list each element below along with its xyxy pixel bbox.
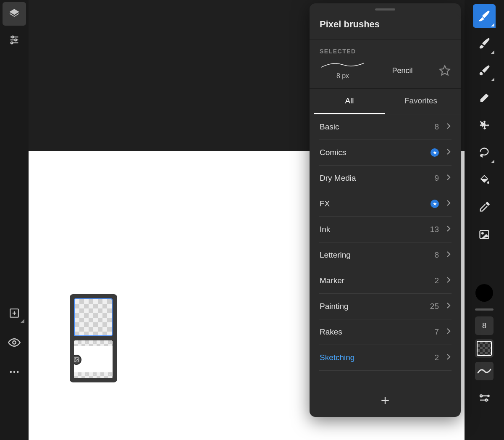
brush-category-row[interactable]: Marker2 [319,268,452,294]
brush-count: 2 [434,353,439,362]
svg-rect-16 [480,19,481,21]
move-icon[interactable] [473,113,496,137]
brush-category-label: Ink [320,225,430,234]
image-layer-icon [74,355,81,365]
brush-category-label: Painting [320,302,430,311]
chevron-right-icon [446,225,451,234]
brush-category-label: Basic [320,122,434,132]
brush-preview-button[interactable] [475,362,494,380]
brush-count: 13 [430,225,439,234]
svg-point-3 [15,39,17,41]
watercolor-brush-icon[interactable] [473,32,496,55]
brush-category-row[interactable]: Basic8 [319,114,452,140]
chevron-right-icon [446,353,451,362]
brush-count: 25 [430,302,439,311]
layer-thumb-bg[interactable] [74,340,113,378]
brush-category-row[interactable]: Rakes7 [319,319,452,345]
eraser-icon[interactable] [473,86,496,110]
brush-category-label: Marker [320,276,434,285]
fill-icon[interactable] [473,168,496,192]
right-toolbar: 8 [465,0,504,440]
brush-category-label: FX [320,199,430,208]
brush-category-label: Rakes [320,327,434,337]
chevron-right-icon [446,277,451,285]
brush-count: 7 [434,327,439,337]
panel-grip-icon[interactable] [475,308,494,311]
eyedropper-icon[interactable] [473,195,496,219]
svg-point-22 [486,399,488,401]
brush-category-row[interactable]: FX★ [319,191,452,217]
svg-point-10 [10,371,12,373]
chevron-right-icon [446,174,451,182]
svg-point-1 [12,36,14,38]
place-image-icon[interactable] [473,223,496,246]
brush-count: 8 [434,122,439,132]
svg-point-17 [480,72,483,76]
brush-count: 2 [434,276,439,285]
brush-category-label: Lettering [320,250,434,260]
add-icon[interactable] [3,301,26,325]
brush-category-list: Basic8Comics★Dry Media9FX★Ink13Lettering… [310,114,461,387]
svg-point-11 [13,371,16,373]
layer-thumb-1[interactable] [74,298,113,336]
svg-point-14 [75,358,76,359]
svg-marker-24 [440,66,449,75]
selected-brush-row[interactable]: 8 px Pencil [310,55,461,88]
panel-title: Pixel brushes [310,11,461,39]
brush-size-label: 8 px [336,72,349,80]
brush-stroke-preview: 8 px [320,61,366,80]
brush-category-row[interactable]: Painting25 [319,294,452,319]
brush-category-row[interactable]: Sketching2 [319,345,452,371]
layers-mini-panel[interactable] [70,294,117,382]
brush-tabs: All Favorites [310,89,461,114]
chevron-right-icon [446,302,451,311]
chevron-right-icon [446,251,451,259]
chevron-right-icon [446,200,451,208]
pixel-brush-icon[interactable] [473,4,496,28]
svg-point-9 [13,341,16,344]
tab-all[interactable]: All [314,89,385,114]
brush-category-label: Dry Media [320,174,434,183]
selected-label: SELECTED [310,40,461,55]
brush-category-row[interactable]: Comics★ [319,140,452,166]
layers-icon[interactable] [3,2,26,26]
brush-size-button[interactable]: 8 [475,316,494,335]
brush-count: 8 [434,250,439,260]
brush-count: 9 [434,174,439,183]
left-toolbar [0,0,29,440]
brush-category-row[interactable]: Dry Media9 [319,166,452,191]
visibility-icon[interactable] [3,331,26,354]
brush-name-label: Pencil [369,66,436,75]
brush-settings-icon[interactable] [473,386,496,410]
color-swatch[interactable] [475,284,493,302]
svg-point-21 [480,395,482,397]
svg-rect-15 [479,20,481,21]
svg-point-23 [488,395,489,397]
svg-point-5 [11,42,13,44]
brush-category-row[interactable]: Ink13 [319,217,452,242]
lasso-icon[interactable] [473,141,496,164]
smudge-icon[interactable] [473,59,496,82]
add-brush-icon[interactable] [380,395,391,408]
svg-point-12 [17,371,19,373]
brush-category-label: Sketching [320,353,434,362]
premium-badge-icon: ★ [430,148,439,157]
brush-category-label: Comics [320,148,430,157]
svg-point-18 [480,155,482,156]
sliders-icon[interactable] [3,28,26,52]
secondary-color-swatch[interactable] [475,339,494,358]
brush-category-row[interactable]: Lettering8 [319,242,452,268]
brush-panel: Pixel brushes SELECTED 8 px Pencil All F… [310,3,461,417]
premium-badge-icon: ★ [430,200,439,208]
more-icon[interactable] [3,360,26,384]
svg-point-20 [482,232,483,234]
chevron-right-icon [446,123,451,131]
chevron-right-icon [446,328,451,336]
tab-favorites[interactable]: Favorites [385,89,457,114]
favorite-star-icon[interactable] [439,65,451,76]
chevron-right-icon [446,148,451,157]
